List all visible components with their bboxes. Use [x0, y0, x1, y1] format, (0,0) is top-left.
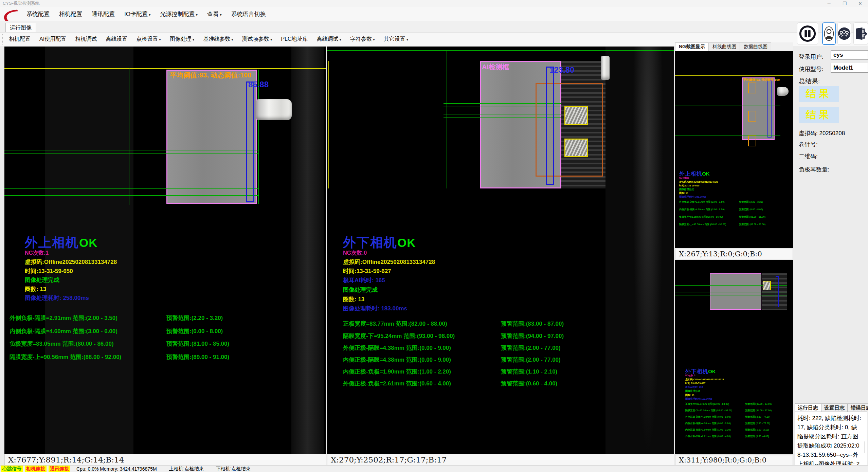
- login-user-label: 登录用户:: [799, 53, 824, 61]
- tab-error-log[interactable]: 错误日志: [848, 403, 868, 412]
- tool-baseline-params[interactable]: 基准线参数: [203, 36, 233, 43]
- time-text: 时间:13-31-59-650: [679, 184, 700, 187]
- warn-range: 预警范围:(89.00 - 91.00): [739, 223, 765, 226]
- menu-io-card-config[interactable]: IO卡配置: [124, 10, 151, 18]
- tool-char-params[interactable]: 字符参数: [350, 36, 375, 43]
- model-label: 使用型号:: [799, 65, 824, 73]
- measurement-row: 隔膜宽度-下=95.24mm 范围:(93.00 - 98.00)预警范围:(9…: [343, 332, 662, 340]
- warn-range: 预警范围:(2.20 - 3.20): [166, 314, 223, 322]
- right-camera-coordinate-strip: X:270;Y:2502;R:17;G:17;B:17: [327, 454, 674, 465]
- menu-view[interactable]: 查看: [207, 10, 222, 18]
- measurement-value: 隔膜宽度-上=90.56mm 范围:(88.00 - 92.00): [679, 223, 726, 225]
- tab-run-image[interactable]: 运行图像: [5, 23, 36, 33]
- process-done-text: 图像处理完成: [25, 276, 59, 284]
- tab-data-curve[interactable]: 数据曲线图: [740, 42, 771, 51]
- close-button[interactable]: ✕: [852, 0, 868, 7]
- process-time-text: 图像处理耗时: 258.00ms: [25, 294, 89, 302]
- user-management-button[interactable]: [837, 22, 851, 45]
- loop-count-text: 圈数: 13: [685, 394, 694, 397]
- coordinate-readout: X:270;Y:2502;R:17;G:17;B:17: [331, 455, 447, 464]
- login-user-field[interactable]: cys: [831, 50, 868, 60]
- warn-range: 预警范围:(2.20 - 3.20): [739, 200, 763, 204]
- model-field[interactable]: Model1: [831, 63, 868, 73]
- toolbar-grip[interactable]: [2, 34, 4, 44]
- yellow-guide-line: [328, 61, 329, 188]
- tool-other-settings[interactable]: 其它设置: [384, 36, 409, 43]
- tab-run-log[interactable]: 运行日志: [795, 403, 821, 412]
- menu-language-switch[interactable]: 系统语言切换: [231, 10, 266, 18]
- tool-offline-debug[interactable]: 离线调试: [317, 36, 342, 43]
- virtual-code-text: 虚拟码:Offline20250208133134728: [343, 258, 435, 266]
- warn-range: 预警范围:(1.10 - 2.10): [745, 428, 769, 432]
- right-camera-view[interactable]: AI检测框 123.80 外下相机OK NG次数:0 虚拟码:Offline20…: [327, 47, 674, 454]
- coordinate-readout: X:311;Y:980;R:0;G:0;B:0: [679, 456, 766, 464]
- log-scrollbar[interactable]: [865, 441, 865, 453]
- tab-material-curve[interactable]: 料线曲线图: [709, 42, 740, 51]
- measurement-value: 外侧正极-隔膜=4.38mm 范围:(0.00 - 9.00): [685, 416, 731, 418]
- tool-test-item-params[interactable]: 测试项参数: [242, 36, 272, 43]
- exit-button[interactable]: [853, 22, 868, 45]
- reel-number-label: 卷针号:: [799, 141, 818, 148]
- green-guide-line: [675, 135, 780, 135]
- menu-comm-config[interactable]: 通讯配置: [92, 10, 115, 18]
- process-done-text: 图像处理完成: [343, 286, 378, 294]
- camera-link-indicator: 相机连接: [25, 466, 47, 472]
- left-camera-view[interactable]: 平均阈值:93, 动态阈值:100 85.88 外上相机OK NG次数:1 虚拟…: [4, 47, 326, 454]
- measurement-row: 外侧正极-负极=2.61mm 范围:(0.60 - 4.00)预警范围:(0.6…: [343, 380, 662, 387]
- measurement-value: 外侧负极-隔膜=2.91mm 范围:(2.00 - 3.50): [679, 201, 725, 203]
- green-guide-line: [129, 68, 129, 205]
- restore-icon: ❐: [843, 1, 847, 6]
- result-box-lower: 结果: [799, 107, 839, 123]
- pause-button[interactable]: [797, 22, 818, 45]
- left-camera-coordinate-strip: X:7677;Y:891;R:14;G:14;B:14: [4, 454, 326, 465]
- measurement-row: 正极宽度=83.77mm 范围:(82.00 - 88.00)预警范围:(83.…: [685, 402, 793, 406]
- toolbar-items: 相机配置 AI使用配置 相机调试 离线设置 点检设置 图像处理 基准线参数 测试…: [9, 32, 408, 46]
- menu-camera-config[interactable]: 相机配置: [59, 10, 82, 18]
- ng-preview-lower[interactable]: 外下相机OK NG次数:0 虚拟码:Offline202502081331347…: [675, 260, 793, 454]
- virtual-code-text: 虚拟码:Offline20250208133134728: [685, 378, 724, 381]
- measurement-value: 内侧正极-负极=1.90mm 范围:(1.00 - 2.20): [343, 368, 451, 375]
- view-tab-row: 运行图像: [0, 21, 868, 32]
- upper-camera-status: 上相机:点检结束: [169, 466, 204, 472]
- warn-range: 预警范围:(89.00 - 91.00): [166, 353, 229, 361]
- tab-setting-log[interactable]: 设置日志: [821, 403, 848, 412]
- green-guide-line: [447, 50, 447, 188]
- measurement-value: 外侧正极-负极=2.61mm 范围:(0.60 - 4.00): [343, 380, 451, 387]
- log-text-area[interactable]: 耗时: 222, 缺陷检测耗时: 17, 缺陷分类耗时: 0, 缺陷提取分区耗时…: [795, 412, 867, 471]
- result-text: 结果: [806, 108, 832, 122]
- time-text: 时间:13-31-59-627: [343, 267, 391, 275]
- minimize-button[interactable]: ─: [821, 0, 837, 7]
- electrode-image-region: [166, 70, 257, 204]
- restore-button[interactable]: ❐: [837, 0, 852, 7]
- current-user-button[interactable]: [822, 22, 836, 45]
- login-user-value: cys: [833, 52, 843, 58]
- measurement-value: 隔膜宽度-下=95.24mm 范围:(93.00 - 98.00): [343, 333, 455, 339]
- tool-offline-setting[interactable]: 离线设置: [106, 36, 127, 43]
- ng-preview-upper[interactable]: 平均阈值:93, 动态阈值:100 外上相机OK NG次数:1 虚拟码:Offl…: [675, 51, 793, 248]
- tab-ng-capture[interactable]: NG截图显示: [675, 42, 709, 51]
- measure-rect: [246, 81, 254, 202]
- coordinate-readout: X:7677;Y:891;R:14;G:14;B:14: [8, 455, 124, 464]
- warn-range: 预警范围:(94.00 - 97.00): [501, 332, 564, 340]
- tool-ai-use-config[interactable]: AI使用配置: [39, 36, 66, 43]
- measurement-value: 隔膜宽度-下=95.24mm 范围:(93.00 - 98.00): [685, 409, 732, 412]
- tool-camera-debug[interactable]: 相机调试: [75, 36, 97, 43]
- loop-count-text: 圈数: 13: [679, 192, 688, 195]
- tool-image-processing[interactable]: 图像处理: [170, 36, 195, 43]
- process-time-text: 图像处理耗时: 183.00ms: [685, 397, 712, 401]
- virtual-code-text: 虚拟码:Offline20250208133134728: [679, 180, 718, 183]
- tool-camera-config[interactable]: 相机配置: [9, 36, 31, 43]
- warn-range: 预警范围:(81.00 - 85.00): [166, 340, 229, 348]
- warn-range: 预警范围:(2.00 - 77.00): [745, 422, 770, 425]
- time-text: 时间:13-31-59-627: [685, 382, 706, 385]
- warn-range: 预警范围:(0.00 - 8.00): [739, 208, 763, 211]
- menu-system-config[interactable]: 系统配置: [26, 10, 50, 18]
- measurement-value: 外侧正极-隔膜=4.38mm 范围:(0.00 - 9.00): [343, 345, 451, 351]
- tool-spot-check-setting[interactable]: 点检设置: [136, 36, 161, 43]
- tool-plc-address-lib[interactable]: PLC地址库: [281, 36, 308, 43]
- menu-light-control-config[interactable]: 光源控制配置: [160, 10, 198, 18]
- green-guide-line: [675, 106, 780, 106]
- ai-time-text: 极耳AI耗时: 165: [343, 276, 385, 284]
- measurement-row: 负极宽度=83.05mm 范围:(80.00 - 86.00)预警范围:(81.…: [679, 215, 793, 219]
- measurement-row: 外侧负极-隔膜=2.91mm 范围:(2.00 - 3.50)预警范围:(2.2…: [679, 200, 793, 204]
